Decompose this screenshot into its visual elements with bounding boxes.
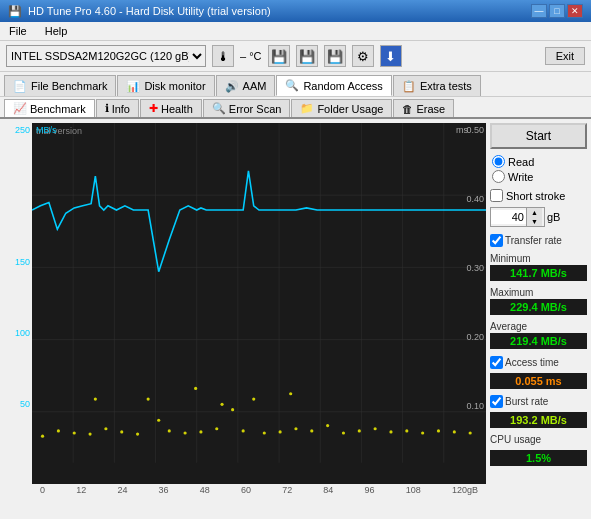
toolbar-icon-5[interactable]: ⚙ xyxy=(352,45,374,67)
svg-point-34 xyxy=(326,424,329,427)
burst-rate-row: Burst rate xyxy=(490,395,587,408)
svg-point-20 xyxy=(136,432,139,435)
spin-up-button[interactable]: ▲ xyxy=(526,208,542,217)
svg-point-42 xyxy=(453,430,456,433)
benchmark-icon: 📈 xyxy=(13,102,27,115)
svg-point-27 xyxy=(231,408,234,411)
average-value: 219.4 MB/s xyxy=(490,333,587,349)
svg-point-35 xyxy=(342,431,345,434)
cpu-label: CPU usage xyxy=(490,434,587,445)
random-access-icon: 🔍 xyxy=(285,79,299,92)
aam-icon: 🔊 xyxy=(225,80,239,93)
svg-point-19 xyxy=(120,430,123,433)
start-button[interactable]: Start xyxy=(490,123,587,149)
y-axis-left-unit: MB/s xyxy=(36,125,57,135)
short-stroke-label[interactable]: Short stroke xyxy=(490,189,587,202)
short-stroke-checkbox[interactable] xyxy=(490,189,503,202)
tab-file-benchmark[interactable]: 📄 File Benchmark xyxy=(4,75,116,96)
maximize-button[interactable]: □ xyxy=(549,4,565,18)
svg-point-36 xyxy=(358,429,361,432)
transfer-rate-row: Transfer rate xyxy=(490,234,587,247)
exit-button[interactable]: Exit xyxy=(545,47,585,65)
tab-folder-usage[interactable]: 📁 Folder Usage xyxy=(291,99,392,117)
svg-point-37 xyxy=(374,427,377,430)
svg-point-41 xyxy=(437,429,440,432)
menu-file[interactable]: File xyxy=(6,24,30,38)
menu-help[interactable]: Help xyxy=(42,24,71,38)
access-time-checkbox[interactable] xyxy=(490,356,503,369)
burst-rate-checkbox[interactable] xyxy=(490,395,503,408)
gb-value-input[interactable] xyxy=(491,210,526,224)
tab-disk-monitor[interactable]: 📊 Disk monitor xyxy=(117,75,214,96)
extra-tests-icon: 📋 xyxy=(402,80,416,93)
tab-aam[interactable]: 🔊 AAM xyxy=(216,75,276,96)
toolbar: INTEL SSDSA2M120G2GC (120 gB) 🌡 – °C 💾 💾… xyxy=(0,41,591,72)
write-radio-label[interactable]: Write xyxy=(492,170,585,183)
svg-point-47 xyxy=(220,403,223,406)
svg-point-33 xyxy=(310,429,313,432)
svg-point-46 xyxy=(289,392,292,395)
x-axis: 0 12 24 36 48 60 72 84 96 108 120gB xyxy=(36,484,482,495)
svg-point-21 xyxy=(147,397,150,400)
toolbar-icon-4[interactable]: 💾 xyxy=(324,45,346,67)
toolbar-icon-3[interactable]: 💾 xyxy=(296,45,318,67)
average-block: Average 219.4 MB/s xyxy=(490,321,587,349)
svg-point-22 xyxy=(157,419,160,422)
temp-display: – °C xyxy=(240,50,262,62)
gb-input-row: ▲ ▼ gB xyxy=(490,207,587,227)
svg-point-38 xyxy=(389,430,392,433)
svg-point-16 xyxy=(73,431,76,434)
tab-extra-tests[interactable]: 📋 Extra tests xyxy=(393,75,481,96)
svg-point-15 xyxy=(57,429,60,432)
read-radio[interactable] xyxy=(492,155,505,168)
app-title: HD Tune Pro 4.60 - Hard Disk Utility (tr… xyxy=(28,5,271,17)
spin-down-button[interactable]: ▼ xyxy=(526,217,542,226)
access-time-value: 0.055 ms xyxy=(490,373,587,389)
svg-point-25 xyxy=(199,430,202,433)
tabs-top: 📄 File Benchmark 📊 Disk monitor 🔊 AAM 🔍 … xyxy=(0,72,591,97)
cpu-value: 1.5% xyxy=(490,450,587,466)
read-radio-label[interactable]: Read xyxy=(492,155,585,168)
svg-point-17 xyxy=(88,432,91,435)
svg-point-44 xyxy=(94,397,97,400)
tab-error-scan[interactable]: 🔍 Error Scan xyxy=(203,99,291,117)
folder-usage-icon: 📁 xyxy=(300,102,314,115)
svg-point-31 xyxy=(279,430,282,433)
app-icon: 💾 xyxy=(8,5,22,18)
right-panel: Start Read Write Short stroke ▲ ▼ xyxy=(486,119,591,489)
title-bar: 💾 HD Tune Pro 4.60 - Hard Disk Utility (… xyxy=(0,0,591,22)
svg-point-40 xyxy=(421,431,424,434)
burst-rate-value: 193.2 MB/s xyxy=(490,412,587,428)
menu-bar: File Help xyxy=(0,22,591,41)
y-axis-right-unit: ms xyxy=(456,125,468,135)
svg-point-24 xyxy=(184,431,187,434)
close-button[interactable]: ✕ xyxy=(567,4,583,18)
tab-random-access[interactable]: 🔍 Random Access xyxy=(276,75,391,96)
title-controls: — □ ✕ xyxy=(531,4,583,18)
minimize-button[interactable]: — xyxy=(531,4,547,18)
tabs-bottom: 📈 Benchmark ℹ Info ✚ Health 🔍 Error Scan… xyxy=(0,97,591,119)
file-benchmark-icon: 📄 xyxy=(13,80,27,93)
error-scan-icon: 🔍 xyxy=(212,102,226,115)
minimum-value: 141.7 MB/s xyxy=(490,265,587,281)
svg-point-26 xyxy=(215,427,218,430)
main-content: 250 150 100 50 trial version xyxy=(0,119,591,489)
toolbar-icon-2[interactable]: 💾 xyxy=(268,45,290,67)
tab-benchmark[interactable]: 📈 Benchmark xyxy=(4,99,95,117)
disk-monitor-icon: 📊 xyxy=(126,80,140,93)
gb-spinner[interactable]: ▲ ▼ xyxy=(490,207,545,227)
maximum-block: Maximum 229.4 MB/s xyxy=(490,287,587,315)
chart-area: trial version xyxy=(32,123,486,484)
svg-point-30 xyxy=(263,431,266,434)
drive-select[interactable]: INTEL SSDSA2M120G2GC (120 gB) xyxy=(6,45,206,67)
toolbar-icon-1[interactable]: 🌡 xyxy=(212,45,234,67)
transfer-rate-checkbox[interactable] xyxy=(490,234,503,247)
y-axis-left: 250 150 100 50 xyxy=(4,123,32,484)
tab-erase[interactable]: 🗑 Erase xyxy=(393,99,454,117)
write-radio[interactable] xyxy=(492,170,505,183)
tab-info[interactable]: ℹ Info xyxy=(96,99,139,117)
svg-point-29 xyxy=(252,397,255,400)
tab-health[interactable]: ✚ Health xyxy=(140,99,202,117)
toolbar-icon-6[interactable]: ⬇ xyxy=(380,45,402,67)
svg-point-14 xyxy=(41,435,44,438)
